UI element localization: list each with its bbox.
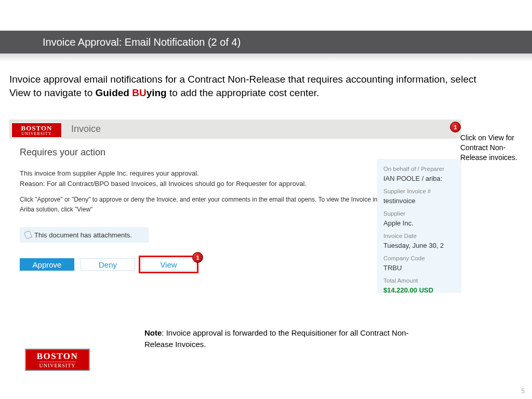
callout-marker-icon: 1 <box>450 122 461 132</box>
requires-action-heading: Requires your action <box>20 147 461 158</box>
info-label: Company Code <box>383 255 456 263</box>
logo-line1: BOSTON <box>37 351 78 362</box>
info-label: Invoice Date <box>383 232 456 241</box>
logo-line2: UNIVERSITY <box>22 131 52 136</box>
callout-text: Click on View for Contract Non-Release i… <box>460 133 529 163</box>
info-label: Total Amount <box>383 277 456 285</box>
intro-text-after: to add the appropriate cost center. <box>167 87 320 98</box>
note-body: : Invoice approval is forwarded to the R… <box>144 328 409 349</box>
para1-line1: This invoice from supplier Apple Inc. re… <box>20 169 199 177</box>
email-header-title: Invoice <box>71 124 101 135</box>
deny-button[interactable]: Deny <box>81 258 135 271</box>
info-label: Supplier Invoice # <box>383 188 456 196</box>
email-header: BOSTON UNIVERSITY Invoice <box>9 119 461 139</box>
invoice-info-panel: On behalf of / Preparer IAN POOLE / arib… <box>377 159 461 293</box>
paperclip-icon <box>24 231 32 240</box>
view-button[interactable]: View <box>141 258 196 271</box>
attachments-label: This document has attachments. <box>34 231 132 239</box>
logo-line2: UNIVERSITY <box>39 362 76 368</box>
info-total-amount: $14,220.00 USD <box>383 286 456 293</box>
instructions-text: Click "Approve" or "Deny" to approve or … <box>20 195 394 215</box>
info-label: On behalf of / Preparer <box>383 165 456 174</box>
email-body: Requires your action This invoice from s… <box>9 139 461 271</box>
step-marker-icon: 1 <box>192 252 203 263</box>
info-label: Supplier <box>383 210 456 218</box>
view-button-highlight: View 1 <box>141 258 196 271</box>
info-value: Tuesday, June 30, 2 <box>383 241 456 250</box>
approval-reason-text: This invoice from supplier Apple Inc. re… <box>20 168 383 189</box>
intro-ying: ying <box>147 87 167 98</box>
bu-logo: BOSTON UNIVERSITY <box>11 123 62 138</box>
info-value: TRBU <box>383 263 456 273</box>
info-value: testinvoice <box>383 196 456 206</box>
email-screenshot: BOSTON UNIVERSITY Invoice Requires your … <box>9 119 461 296</box>
bu-logo-footer: BOSTON UNIVERSITY <box>25 349 90 371</box>
approve-button[interactable]: Approve <box>20 258 74 271</box>
page-number: 5 <box>521 388 525 395</box>
info-value: Apple Inc. <box>383 219 456 228</box>
info-value: IAN POOLE / ariba: <box>383 174 456 183</box>
note-text: Note: Invoice approval is forwarded to t… <box>144 327 435 350</box>
slide-title-bar: Invoice Approval: Email Notification (2 … <box>0 31 532 54</box>
intro-bu: BU <box>132 87 146 98</box>
intro-guided: Guided <box>95 87 132 98</box>
title-shadow <box>0 54 532 62</box>
note-label: Note <box>144 328 162 337</box>
attachments-bar[interactable]: This document has attachments. <box>20 227 149 243</box>
para1-line2: Reason: For all Contract/BPO based Invoi… <box>20 180 307 188</box>
slide-title: Invoice Approval: Email Notification (2 … <box>0 31 532 48</box>
intro-paragraph: Invoice approval email notifications for… <box>9 73 493 99</box>
